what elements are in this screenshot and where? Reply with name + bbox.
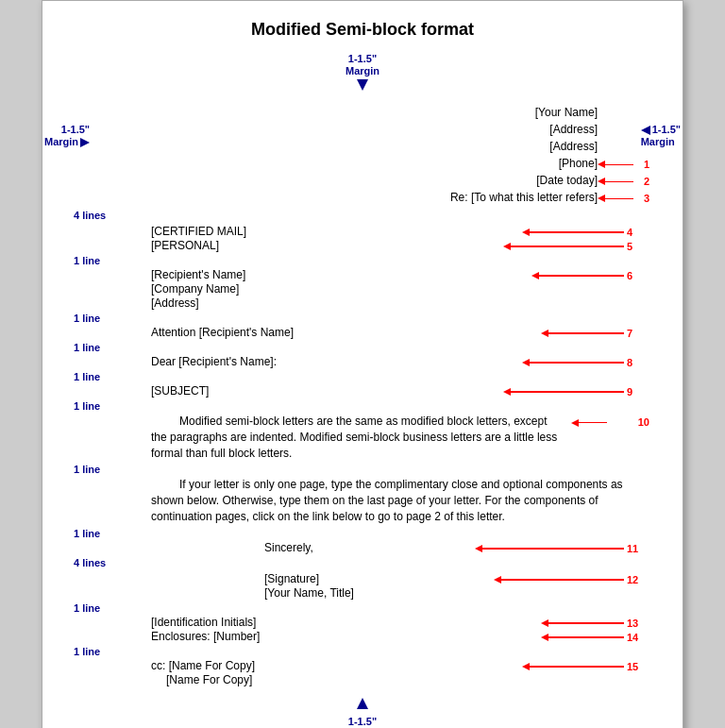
spacer-1line-5: 1 line: [151, 398, 654, 414]
your-name-line: [Your Name]: [151, 104, 598, 121]
recipient-name-line: [Recipient's Name] 6: [151, 268, 654, 281]
subject-line: [SUBJECT] 9: [151, 384, 654, 398]
spacer-1line-7: 1 line: [151, 526, 654, 541]
spacer-1line-9: 1 line: [151, 644, 654, 659]
header-block: [Your Name] [Address] [Address] [Phone] …: [151, 104, 598, 206]
1line-3-label: 1 line: [74, 342, 100, 353]
ann-2-line: [605, 181, 633, 183]
ann-12: 12: [494, 574, 640, 585]
address1-line: [Address]: [151, 121, 598, 138]
ann-1: 1: [598, 157, 649, 173]
signature-line: [Signature] 12: [264, 572, 654, 585]
spacer-1line-4: 1 line: [151, 369, 654, 384]
spacer-1line-6: 1 line: [151, 462, 654, 477]
ann-6: 6: [531, 270, 640, 281]
address-line: [Address]: [151, 296, 654, 310]
1line-5-label: 1 line: [74, 400, 100, 412]
spacer-1line-3: 1 line: [151, 340, 654, 355]
top-margin-arrow: [357, 79, 368, 91]
bottom-margin-area: 1-1.5"Margin: [71, 694, 654, 728]
ann-10: 10: [571, 415, 649, 430]
para1: Modified semi-block letters are the same…: [151, 414, 654, 461]
spacer-4lines-bottom: 4 lines: [151, 555, 654, 572]
spacer-1line-1: 1 line: [151, 253, 654, 268]
spacer-1line-8: 1 line: [151, 601, 654, 616]
re-line: Re: [To what this letter refers] 3: [151, 189, 598, 206]
enclosures-line: Enclosures: [Number] 14: [151, 630, 654, 643]
ann-3-line: [605, 198, 633, 200]
ann-1-line: [605, 164, 633, 166]
dear-line: Dear [Recipient's Name]: 8: [151, 355, 654, 368]
ann-11: 11: [475, 543, 640, 554]
initials-line: [Identification Initials] 13: [151, 616, 654, 629]
ann-9: 9: [503, 386, 640, 398]
content-area: [Your Name] [Address] [Address] [Phone] …: [71, 104, 654, 686]
date-line: [Date today] 2: [151, 172, 598, 189]
1line-8-label: 1 line: [74, 602, 100, 614]
1line-6-label: 1 line: [74, 464, 100, 475]
1line-9-label: 1 line: [74, 646, 100, 657]
1line-4-label: 1 line: [74, 371, 100, 382]
ann-4: 4: [522, 227, 640, 238]
phone-line: [Phone] 1: [151, 155, 598, 172]
ann-1-arrow: [598, 161, 605, 168]
ann-7: 7: [541, 328, 640, 339]
attention-line: Attention [Recipient's Name] 7: [151, 326, 654, 339]
spacer-4lines-top: 4 lines: [151, 208, 654, 225]
ann-2-arrow: [598, 178, 605, 185]
personal-line: [PERSONAL] 5: [151, 239, 654, 252]
ann-3-arrow: [598, 195, 605, 202]
ann-3: 3: [598, 191, 649, 207]
ann-15: 15: [522, 661, 640, 672]
certified-line: [CERTIFIED MAIL] 4: [151, 225, 654, 238]
1line-1-label: 1 line: [74, 255, 100, 266]
para2: If your letter is only one page, type th…: [151, 477, 654, 524]
1line-2-label: 1 line: [74, 313, 100, 324]
4lines-bottom-label: 4 lines: [74, 557, 106, 568]
ann-5: 5: [503, 241, 640, 252]
cc1-line: cc: [Name For Copy] 15: [151, 659, 654, 672]
bottom-margin-arrow: [357, 698, 368, 709]
bottom-margin-label: 1-1.5"Margin: [346, 716, 379, 728]
ann-14: 14: [541, 632, 640, 643]
ann-13: 13: [541, 618, 640, 629]
spacer-1line-2: 1 line: [151, 311, 654, 326]
company-name-line: [Company Name]: [151, 282, 654, 296]
top-margin-label: 1-1.5"Margin: [346, 53, 379, 77]
page-title: Modified Semi-block format: [71, 20, 654, 40]
top-margin-area: 1-1.5"Margin: [71, 53, 654, 100]
4lines-top-label: 4 lines: [74, 210, 106, 221]
1line-7-label: 1 line: [74, 528, 100, 539]
cc2-line: [Name For Copy]: [151, 673, 654, 686]
ann-8: 8: [522, 357, 640, 368]
address2-line: [Address]: [151, 138, 598, 155]
sincerely-line: Sincerely, 11: [264, 541, 654, 554]
page-wrapper: Modified Semi-block format 1-1.5"Margin …: [42, 0, 683, 728]
ann-2: 2: [598, 174, 649, 190]
your-name-title-line: [Your Name, Title]: [264, 586, 654, 600]
